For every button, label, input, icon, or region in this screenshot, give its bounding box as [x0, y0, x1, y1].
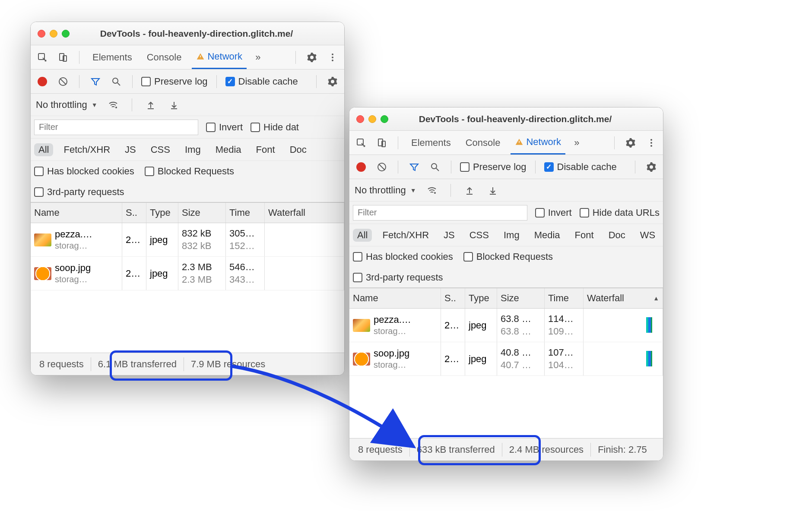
- size-cell: 40.8 … 40.7 …: [497, 342, 545, 375]
- type-pill-css[interactable]: CSS: [146, 143, 174, 156]
- record-button[interactable]: [354, 160, 368, 174]
- third-party-checkbox[interactable]: 3rd-party requests: [353, 272, 443, 283]
- checkbox-unchecked-icon: [463, 252, 473, 262]
- more-tabs-chevron-icon[interactable]: »: [253, 52, 263, 63]
- disable-cache-checkbox[interactable]: ✓ Disable cache: [225, 76, 298, 87]
- type-pill-fetch[interactable]: Fetch/XHR: [59, 143, 114, 156]
- kebab-menu-icon[interactable]: [644, 136, 659, 150]
- col-size[interactable]: Size: [178, 203, 226, 223]
- blocked-cookies-checkbox[interactable]: Has blocked cookies: [34, 166, 134, 177]
- panel-tabs: Elements Console Network »: [31, 45, 344, 69]
- tab-elements[interactable]: Elements: [407, 131, 455, 155]
- col-time[interactable]: Time: [545, 288, 584, 308]
- table-row[interactable]: pezza.… storag… 2… jpeg 832 kB 832 kB 30…: [31, 223, 344, 257]
- upload-har-icon[interactable]: [462, 183, 477, 198]
- type-pill-css[interactable]: CSS: [465, 229, 493, 242]
- tab-console[interactable]: Console: [143, 45, 186, 69]
- hide-data-urls-checkbox[interactable]: Hide dat: [251, 122, 299, 133]
- col-status[interactable]: S..: [122, 203, 146, 223]
- blocked-cookies-checkbox[interactable]: Has blocked cookies: [353, 251, 453, 262]
- col-time[interactable]: Time: [226, 203, 265, 223]
- col-name[interactable]: Name: [31, 203, 122, 223]
- tab-console[interactable]: Console: [461, 131, 505, 155]
- device-toggle-icon[interactable]: [374, 136, 389, 150]
- filter-toggle-button[interactable]: [407, 160, 422, 174]
- type-pill-media[interactable]: Media: [211, 143, 246, 156]
- type-pill-all[interactable]: All: [353, 229, 372, 242]
- close-window-button[interactable]: [356, 115, 364, 123]
- col-type[interactable]: Type: [465, 288, 497, 308]
- warning-icon: [515, 138, 523, 146]
- filter-input[interactable]: [353, 205, 527, 221]
- tab-network[interactable]: Network: [192, 45, 247, 69]
- network-settings-gear-icon[interactable]: [325, 74, 340, 89]
- type-pill-img[interactable]: Img: [499, 229, 524, 242]
- filter-input[interactable]: [34, 120, 198, 135]
- col-status[interactable]: S..: [441, 288, 465, 308]
- tab-network[interactable]: Network: [511, 131, 565, 155]
- preserve-log-checkbox[interactable]: Preserve log: [460, 161, 527, 173]
- table-row[interactable]: soop.jpg storag… 2… jpeg 2.3 MB 2.3 MB 5…: [31, 257, 344, 290]
- col-waterfall[interactable]: Waterfall ▲: [584, 288, 663, 308]
- minimize-window-button[interactable]: [50, 30, 57, 38]
- checkbox-unchecked-icon: [460, 162, 469, 172]
- svg-point-17: [434, 192, 436, 194]
- inspect-element-icon[interactable]: [35, 50, 50, 65]
- table-header[interactable]: Name S.. Type Size Time Waterfall: [31, 202, 344, 223]
- record-button[interactable]: [35, 74, 50, 89]
- device-toggle-icon[interactable]: [56, 50, 70, 65]
- blocked-requests-checkbox[interactable]: Blocked Requests: [463, 251, 553, 262]
- type-pill-fetch[interactable]: Fetch/XHR: [378, 229, 433, 242]
- clear-button[interactable]: [374, 160, 389, 174]
- third-party-checkbox[interactable]: 3rd-party requests: [34, 186, 124, 198]
- type-pill-font[interactable]: Font: [252, 143, 279, 156]
- minimize-window-button[interactable]: [368, 115, 376, 123]
- download-har-icon[interactable]: [485, 183, 500, 198]
- network-conditions-icon[interactable]: [106, 98, 121, 112]
- titlebar[interactable]: DevTools - foul-heavenly-direction.glitc…: [349, 107, 663, 131]
- tab-label: Network: [526, 136, 561, 148]
- filter-toggle-button[interactable]: [88, 74, 103, 89]
- search-button[interactable]: [109, 74, 124, 89]
- type-pill-js[interactable]: JS: [121, 143, 140, 156]
- disable-cache-checkbox[interactable]: ✓ Disable cache: [544, 161, 617, 173]
- network-settings-gear-icon[interactable]: [644, 160, 659, 174]
- download-har-icon[interactable]: [167, 98, 181, 112]
- type-pill-img[interactable]: Img: [181, 143, 205, 156]
- col-name[interactable]: Name: [349, 288, 441, 308]
- throttling-dropdown[interactable]: No throttling ▼: [36, 99, 97, 110]
- search-button[interactable]: [428, 160, 442, 174]
- inspect-element-icon[interactable]: [354, 136, 368, 150]
- blocked-requests-checkbox[interactable]: Blocked Requests: [145, 166, 234, 177]
- table-row[interactable]: soop.jpg storag… 2… jpeg 40.8 … 40.7 … 1…: [349, 342, 663, 376]
- table-header[interactable]: Name S.. Type Size Time Waterfall ▲: [349, 288, 663, 309]
- titlebar[interactable]: DevTools - foul-heavenly-direction.glitc…: [31, 22, 344, 45]
- col-size[interactable]: Size: [497, 288, 545, 308]
- more-tabs-chevron-icon[interactable]: »: [571, 137, 582, 148]
- tab-elements[interactable]: Elements: [88, 45, 136, 69]
- table-row[interactable]: pezza.… storag… 2… jpeg 63.8 … 63.8 … 11…: [349, 309, 663, 342]
- kebab-menu-icon[interactable]: [325, 50, 340, 65]
- settings-gear-icon[interactable]: [304, 50, 319, 65]
- col-type[interactable]: Type: [146, 203, 178, 223]
- zoom-window-button[interactable]: [381, 115, 388, 123]
- type-pill-all[interactable]: All: [34, 143, 53, 156]
- preserve-log-checkbox[interactable]: Preserve log: [141, 76, 208, 87]
- hide-data-urls-checkbox[interactable]: Hide data URLs: [580, 207, 660, 218]
- type-pill-doc[interactable]: Doc: [604, 229, 630, 242]
- type-pill-media[interactable]: Media: [530, 229, 565, 242]
- close-window-button[interactable]: [38, 30, 45, 38]
- upload-har-icon[interactable]: [143, 98, 158, 112]
- network-conditions-icon[interactable]: [425, 183, 439, 198]
- settings-gear-icon[interactable]: [623, 136, 638, 150]
- invert-checkbox[interactable]: Invert: [535, 207, 572, 218]
- zoom-window-button[interactable]: [62, 30, 70, 38]
- type-pill-font[interactable]: Font: [571, 229, 598, 242]
- invert-checkbox[interactable]: Invert: [206, 122, 243, 133]
- throttling-dropdown[interactable]: No throttling ▼: [355, 185, 416, 196]
- type-pill-doc[interactable]: Doc: [285, 143, 311, 156]
- type-pill-ws[interactable]: WS: [636, 229, 660, 242]
- col-waterfall[interactable]: Waterfall: [265, 203, 344, 223]
- clear-button[interactable]: [56, 74, 70, 89]
- type-pill-js[interactable]: JS: [439, 229, 459, 242]
